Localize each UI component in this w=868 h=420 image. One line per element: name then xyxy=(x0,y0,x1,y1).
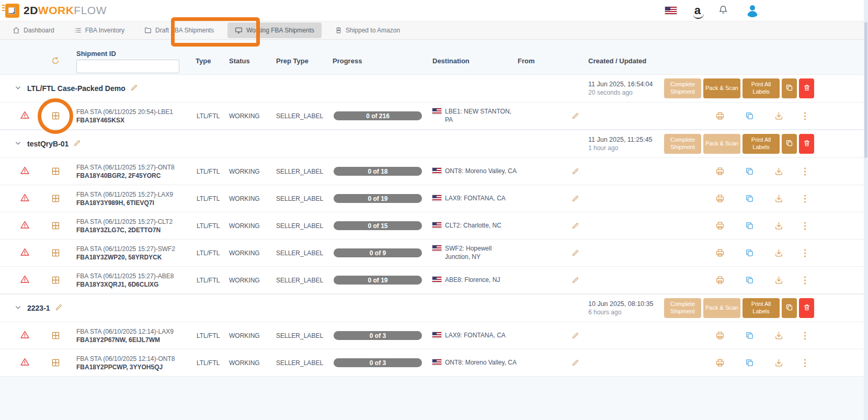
download-icon[interactable] xyxy=(774,167,783,176)
refresh-sync-icon[interactable] xyxy=(51,56,60,65)
print-icon[interactable] xyxy=(715,248,725,257)
nav-item-dashboard[interactable]: Dashboard xyxy=(6,24,61,37)
copy-shipment-icon[interactable] xyxy=(745,167,754,176)
scrollbar-thumb[interactable] xyxy=(864,22,867,158)
print-icon[interactable] xyxy=(715,331,725,340)
primary-nav: Dashboard FBA Inventory Draft FBA Shipme… xyxy=(0,21,868,40)
group-header-row: LTL/FTL Case-Packed Demo 11 Jun 2025, 16… xyxy=(0,74,868,103)
box-content-grid-icon[interactable] xyxy=(51,167,60,176)
more-options-dots-icon[interactable] xyxy=(804,358,806,368)
duplicate-group-button[interactable] xyxy=(782,298,797,318)
download-icon[interactable] xyxy=(774,248,783,257)
edit-pencil-icon[interactable] xyxy=(55,303,63,313)
more-options-dots-icon[interactable] xyxy=(804,248,806,258)
warning-icon[interactable] xyxy=(20,193,30,205)
progress-bar: 0 of 15 xyxy=(334,221,422,230)
print-all-labels-button[interactable]: Print All Labels xyxy=(743,78,780,98)
edit-shipment-pencil-icon[interactable] xyxy=(572,332,579,339)
vertical-scrollbar[interactable] xyxy=(864,0,868,420)
progress-bar: 0 of 3 xyxy=(334,358,422,367)
warning-icon[interactable] xyxy=(20,247,30,259)
box-content-grid-icon[interactable] xyxy=(51,331,60,340)
print-all-labels-button[interactable]: Print All Labels xyxy=(743,298,780,318)
edit-shipment-pencil-icon[interactable] xyxy=(572,249,579,257)
chevron-down-icon[interactable] xyxy=(15,303,27,313)
edit-shipment-pencil-icon[interactable] xyxy=(572,222,579,230)
print-icon[interactable] xyxy=(715,167,725,176)
edit-shipment-pencil-icon[interactable] xyxy=(572,195,579,202)
download-icon[interactable] xyxy=(774,358,783,367)
copy-shipment-icon[interactable] xyxy=(745,111,754,120)
download-icon[interactable] xyxy=(774,194,783,203)
nav-item-draft-fba-shipments[interactable]: Draft FBA Shipments xyxy=(138,24,220,37)
print-icon[interactable] xyxy=(715,358,725,367)
box-content-grid-icon[interactable] xyxy=(51,111,60,120)
print-icon[interactable] xyxy=(715,111,725,120)
copy-shipment-icon[interactable] xyxy=(745,248,754,257)
chevron-down-icon[interactable] xyxy=(15,84,27,93)
warning-icon[interactable] xyxy=(20,330,30,342)
download-icon[interactable] xyxy=(774,276,783,285)
box-content-grid-icon[interactable] xyxy=(51,276,60,285)
box-content-grid-icon[interactable] xyxy=(51,358,60,367)
pack-and-scan-button[interactable]: Pack & Scan xyxy=(703,78,740,98)
warning-icon[interactable] xyxy=(20,220,30,232)
copy-shipment-icon[interactable] xyxy=(745,221,754,230)
warning-icon[interactable] xyxy=(20,357,30,369)
print-icon[interactable] xyxy=(715,221,725,230)
complete-shipment-button[interactable]: Complete Shipment xyxy=(664,134,701,154)
complete-shipment-button[interactable]: Complete Shipment xyxy=(664,298,701,318)
download-icon[interactable] xyxy=(774,331,783,340)
user-avatar-icon[interactable] xyxy=(746,4,759,17)
more-options-dots-icon[interactable] xyxy=(804,331,806,340)
download-icon[interactable] xyxy=(774,111,783,120)
box-content-grid-icon[interactable] xyxy=(51,194,60,203)
notifications-bell-icon[interactable] xyxy=(718,5,728,17)
warning-icon[interactable] xyxy=(20,166,30,177)
edit-shipment-pencil-icon[interactable] xyxy=(572,276,579,284)
download-icon[interactable] xyxy=(774,221,783,230)
edit-pencil-icon[interactable] xyxy=(130,84,138,94)
nav-item-shipped-to-amazon[interactable]: Shipped to Amazon xyxy=(329,24,406,37)
destination-us-flag-icon xyxy=(432,277,441,282)
complete-shipment-button[interactable]: Complete Shipment xyxy=(664,78,701,98)
destination-text: ABE8: Florence, NJ xyxy=(445,276,500,285)
more-options-dots-icon[interactable] xyxy=(804,167,806,176)
shipment-id-input[interactable] xyxy=(76,60,179,73)
pack-and-scan-button[interactable]: Pack & Scan xyxy=(703,298,740,318)
amazon-icon[interactable]: a xyxy=(694,5,701,16)
nav-item-fba-inventory[interactable]: FBA Inventory xyxy=(68,24,131,37)
print-all-labels-button[interactable]: Print All Labels xyxy=(743,134,780,154)
copy-shipment-icon[interactable] xyxy=(745,276,754,285)
copy-shipment-icon[interactable] xyxy=(745,358,754,367)
warning-icon[interactable] xyxy=(20,275,30,286)
more-options-dots-icon[interactable] xyxy=(804,276,806,285)
shipment-ids: FBA18Y46SKSX xyxy=(76,117,192,124)
delete-group-button[interactable] xyxy=(799,78,814,98)
warning-icon[interactable] xyxy=(20,110,30,122)
delete-group-button[interactable] xyxy=(799,134,814,154)
edit-shipment-pencil-icon[interactable] xyxy=(572,167,579,175)
shipment-status: WORKING xyxy=(229,332,276,339)
duplicate-group-button[interactable] xyxy=(782,78,797,98)
more-options-dots-icon[interactable] xyxy=(804,111,806,121)
pack-and-scan-button[interactable]: Pack & Scan xyxy=(703,134,740,154)
print-icon[interactable] xyxy=(715,194,725,203)
print-icon[interactable] xyxy=(715,276,725,285)
copy-shipment-icon[interactable] xyxy=(745,331,754,340)
language-us-flag-icon[interactable] xyxy=(665,7,677,14)
edit-pencil-icon[interactable] xyxy=(73,139,81,149)
nav-item-working-fba-shipments[interactable]: Working FBA Shipments xyxy=(227,22,322,38)
more-options-dots-icon[interactable] xyxy=(804,194,806,203)
delete-group-button[interactable] xyxy=(799,298,814,318)
box-content-grid-icon[interactable] xyxy=(51,221,60,230)
more-options-dots-icon[interactable] xyxy=(804,221,806,231)
col-header-destination: Destination xyxy=(426,57,518,65)
edit-shipment-pencil-icon[interactable] xyxy=(572,359,579,367)
duplicate-group-button[interactable] xyxy=(782,134,797,154)
chevron-down-icon[interactable] xyxy=(15,139,27,149)
copy-shipment-icon[interactable] xyxy=(745,194,754,203)
brand-logo[interactable]: 2DWORKFLOW xyxy=(5,4,107,18)
box-content-grid-icon[interactable] xyxy=(51,248,60,257)
edit-shipment-pencil-icon[interactable] xyxy=(572,112,579,120)
